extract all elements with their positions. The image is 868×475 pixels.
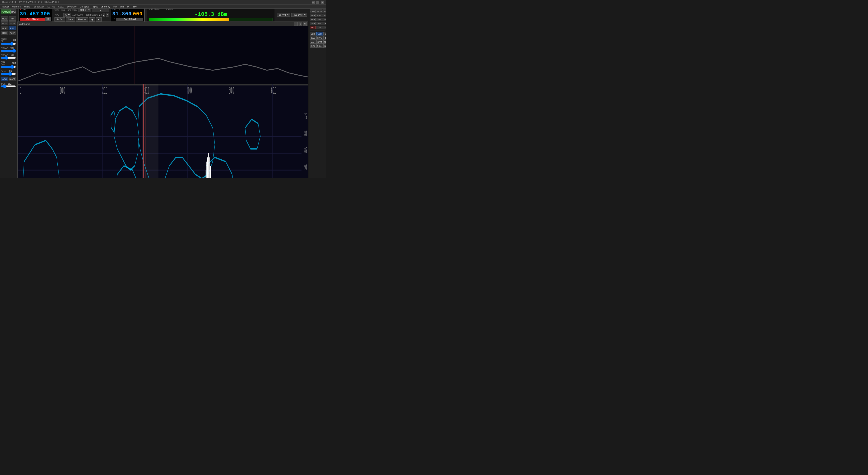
menu-equalizer[interactable]: Equalizer: [32, 4, 45, 8]
restore-btn[interactable]: Restore: [76, 18, 88, 22]
band-grid: L/My 120m 60m 61m 49m 41m 31m 25m 22m 19…: [310, 9, 325, 29]
tun-button[interactable]: TUN: [8, 17, 16, 21]
sg-avg-select[interactable]: Sg Avg: [277, 13, 290, 17]
mode-grid: LSB USB DSB CWL CWU FM AM SAM SPEC DIGL …: [310, 32, 325, 48]
rx2-button[interactable]: RX2: [11, 9, 16, 14]
vfo-sync-area: VFO Sync: Tune Step: 100Hz 1kHz ▲ VFO A …: [55, 8, 108, 22]
band-16m[interactable]: 16m: [316, 22, 323, 25]
mode-sam[interactable]: SAM: [316, 40, 323, 43]
rx1-af-slider[interactable]: [1, 50, 16, 52]
mode-cwu[interactable]: CWU: [316, 36, 323, 39]
mon-button[interactable]: MON: [1, 17, 8, 21]
menu-setup[interactable]: Setup: [1, 4, 10, 8]
vfo-select[interactable]: A B: [63, 13, 71, 17]
band-31m[interactable]: 31m: [310, 18, 316, 21]
vfo-b-freq[interactable]: 31.800: [112, 11, 131, 17]
mode-lsb[interactable]: LSB: [310, 32, 316, 35]
vfo-a-freq[interactable]: 39.457: [20, 11, 39, 17]
menu-linearity[interactable]: Linearity: [99, 4, 112, 8]
mode-am[interactable]: AM: [310, 40, 316, 43]
menu-pi[interactable]: Pi: [126, 4, 131, 8]
wb-minimize-btn[interactable]: —: [294, 22, 298, 26]
play-button[interactable]: PLAY: [8, 31, 16, 35]
svg-text:-90: -90: [304, 162, 307, 172]
sql-slider[interactable]: [1, 85, 16, 88]
wb-maximize-btn[interactable]: □: [299, 22, 302, 26]
svg-text:60.0: 60.0: [271, 85, 276, 96]
menu-wave[interactable]: Wave: [23, 4, 32, 8]
vfo-a-box: ● VFO A 39.457 300 Out of Band TX: [18, 8, 52, 22]
close-btn[interactable]: ✕: [321, 1, 324, 4]
drive-label: Drive:: [1, 70, 6, 72]
band-lmy[interactable]: L/My: [310, 9, 316, 13]
menu-xvtrs[interactable]: XVTRs: [45, 4, 56, 8]
mox-button[interactable]: MOX: [1, 21, 8, 25]
menu-diversity[interactable]: Diversity: [66, 4, 78, 8]
vfo-a-band-btn[interactable]: Out of Band: [20, 18, 45, 21]
menu-collapse[interactable]: Collapse: [79, 4, 91, 8]
band-22m[interactable]: 22m: [323, 18, 326, 21]
svg-rect-2: [135, 26, 135, 85]
psa-button[interactable]: PSA: [8, 26, 16, 30]
band-11m[interactable]: 11m: [323, 26, 326, 29]
tune-step-select[interactable]: 100Hz 1kHz: [78, 8, 91, 12]
menu-bpf[interactable]: BPF: [131, 4, 139, 8]
drive-slider[interactable]: [1, 72, 16, 75]
mode-usb[interactable]: USB: [316, 32, 323, 35]
meter-value: -105.3 dBm: [149, 11, 273, 18]
spectrum-display[interactable]: 0 10.0 20.0 30.0 40.0 50.0 60.0: [18, 26, 308, 178]
menu-spot[interactable]: Spot: [91, 4, 99, 8]
agc-gain-slider[interactable]: [1, 65, 16, 68]
menu-ra[interactable]: RA: [112, 4, 118, 8]
menu-wb[interactable]: WB: [119, 4, 125, 8]
mode-fm[interactable]: FM: [323, 36, 326, 39]
svg-rect-1: [18, 26, 308, 85]
rx-ant-btn[interactable]: Rx Ant: [55, 18, 65, 22]
mode-drm[interactable]: DRM: [323, 44, 326, 48]
mode-dsb[interactable]: DSB: [323, 32, 326, 35]
band-14m[interactable]: 14m: [323, 22, 326, 25]
right-panel: L/My 120m 60m 61m 49m 41m 31m 25m 22m 19…: [309, 8, 326, 178]
maximize-btn[interactable]: □: [316, 1, 319, 4]
agc-gain-val: 100: [11, 62, 16, 64]
vfo-b-box: ● VFO B 31.800 000 TX Out of Band: [111, 8, 145, 22]
menu-memory[interactable]: Memory: [11, 4, 22, 8]
band-stack-dn-btn[interactable]: ▼: [106, 13, 108, 17]
satt-button[interactable]: S-ATT: [8, 77, 16, 81]
band-stack-up-btn[interactable]: ▲: [102, 13, 105, 17]
rx2-af-slider[interactable]: [1, 57, 16, 59]
band-hf[interactable]: HF: [310, 26, 316, 29]
band-60m[interactable]: 60m: [323, 9, 326, 13]
fwd-swr-select[interactable]: Fwd SWR: [291, 13, 307, 17]
band-13m[interactable]: 13m: [316, 26, 323, 29]
power-button[interactable]: POWER: [1, 9, 11, 14]
next-btn[interactable]: ▶: [96, 18, 102, 22]
band-49m[interactable]: 49m: [316, 13, 323, 17]
mode-spec[interactable]: SPEC: [323, 40, 326, 43]
twotone-button[interactable]: 2TON: [8, 21, 16, 25]
rec-button[interactable]: REC: [1, 31, 8, 35]
wideband-controls: — □ ✕: [294, 22, 307, 26]
save-btn[interactable]: Save: [66, 18, 75, 22]
vfo-b-band-btn[interactable]: Out of Band: [116, 18, 143, 21]
minimize-btn[interactable]: —: [312, 1, 315, 4]
tune-up-btn[interactable]: ▲: [92, 8, 108, 12]
wb-close-btn[interactable]: ✕: [303, 22, 307, 26]
master-af-slider[interactable]: [1, 42, 16, 45]
band-19m[interactable]: 19m: [310, 22, 316, 25]
band-120m[interactable]: 120m: [316, 9, 323, 13]
band-61m[interactable]: 61m: [310, 13, 316, 17]
prev-btn[interactable]: ◀: [89, 18, 95, 22]
vfo-a-tx-btn[interactable]: TX: [45, 18, 51, 21]
mode-digl[interactable]: DIGL: [310, 44, 316, 48]
dup-button[interactable]: DUP: [1, 26, 8, 30]
band-41m[interactable]: 41m: [323, 13, 326, 17]
band-25m[interactable]: 25m: [316, 18, 323, 21]
agc-button[interactable]: AGC: [1, 77, 8, 81]
meter-fill: [149, 18, 229, 21]
svg-text:10.0: 10.0: [60, 85, 65, 96]
band-stack-label: Band Stack:: [86, 13, 98, 16]
menu-cwx[interactable]: CWX: [57, 4, 65, 8]
mode-cwl[interactable]: CWL: [310, 36, 316, 39]
mode-digu[interactable]: DIGU: [316, 44, 323, 48]
